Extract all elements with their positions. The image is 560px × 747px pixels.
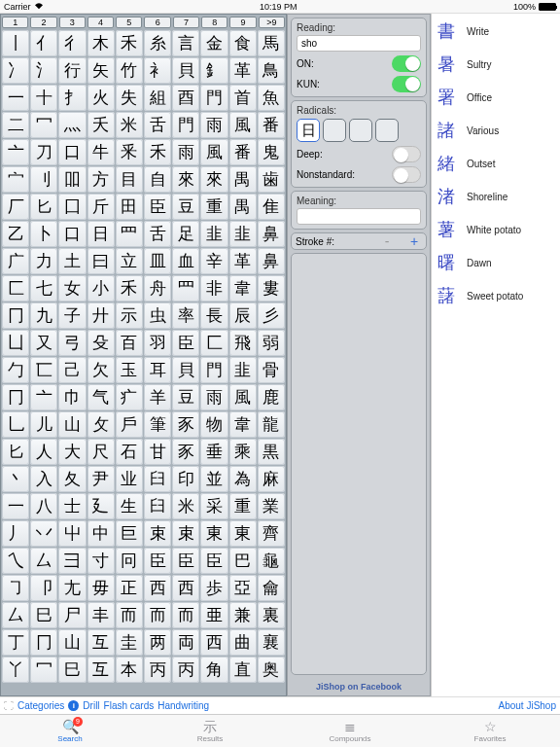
radical-cell[interactable]: 束 [172,520,199,547]
radical-cell[interactable]: 弓 [58,330,86,356]
radical-cell[interactable]: 卜 [30,221,57,247]
radical-cell[interactable]: 冂 [30,629,57,656]
stroke-minus[interactable]: - [379,233,395,249]
radical-cell[interactable]: 业 [116,466,143,492]
radical-cell[interactable]: 而 [116,602,143,628]
radical-cell[interactable]: 舟 [144,275,171,302]
radical-cell[interactable]: 尸 [58,602,86,628]
radical-cell[interactable]: 丫 [2,657,29,683]
radical-cell[interactable]: 兼 [229,602,257,628]
radical-cell[interactable]: 丿 [2,520,29,547]
radical-cell[interactable]: 火 [88,85,115,111]
handwriting-link[interactable]: Handwriting [158,700,209,711]
radical-cell[interactable]: 灬 [58,112,86,138]
radical-cell[interactable]: 女 [58,275,86,302]
stroke-plus[interactable]: + [406,233,422,249]
drill-link[interactable]: Drill [83,700,99,711]
radical-cell[interactable]: 一 [2,493,29,519]
radical-cell[interactable]: 並 [200,466,228,492]
radical-cell[interactable]: 巳 [58,657,86,683]
radical-cell[interactable]: 辰 [229,302,257,329]
radical-cell[interactable]: 二 [2,112,29,138]
radical-cell[interactable]: 彡 [258,302,285,329]
radical-cell[interactable]: 食 [229,30,257,56]
radical-cell[interactable]: 亞 [229,575,257,601]
radical-cell[interactable]: 己 [58,357,86,383]
radical-cell[interactable]: 龠 [258,575,285,601]
radical-cell[interactable]: 丁 [2,629,29,656]
radical-cell[interactable]: 魚 [258,85,285,111]
radical-cell[interactable]: 歩 [200,575,228,601]
radical-slot-1[interactable]: 日 [297,119,320,142]
radical-cell[interactable]: 匸 [30,357,57,383]
radical-cell[interactable]: 亻 [30,30,57,56]
result-row[interactable]: 曙Dawn [436,251,556,274]
radical-cell[interactable]: 山 [58,411,86,438]
radical-cell[interactable]: 大 [58,439,86,465]
nonstandard-toggle[interactable] [392,166,421,183]
radical-cell[interactable]: 臣 [144,194,171,220]
radical-cell[interactable]: 厶 [30,548,57,574]
radical-cell[interactable]: 方 [88,166,115,193]
radical-cell[interactable]: 互 [88,657,115,683]
radical-cell[interactable]: 儿 [30,411,57,438]
radical-slot-3[interactable] [349,119,372,142]
radical-cell[interactable]: 豕 [172,411,199,438]
radical-cell[interactable]: 木 [88,30,115,56]
radical-slot-4[interactable] [375,119,399,142]
radical-cell[interactable]: 鼻 [258,221,285,247]
facebook-link[interactable]: JiShop on Facebook [288,678,430,695]
rad-col-7[interactable]: 7 [173,17,199,28]
radical-cell[interactable]: 物 [200,411,228,438]
radical-cell[interactable]: 丷 [30,520,57,547]
radical-cell[interactable]: 冂 [2,384,29,410]
radical-cell[interactable]: 貝 [172,357,199,383]
radical-cell[interactable]: 為 [229,466,257,492]
radical-cell[interactable]: 力 [30,248,57,274]
radical-cell[interactable]: 宀 [2,166,29,193]
radical-cell[interactable]: 糸 [144,30,171,56]
radical-cell[interactable]: 囗 [58,194,86,220]
radical-cell[interactable]: 勹 [2,357,29,383]
radical-cell[interactable]: 重 [229,493,257,519]
radical-cell[interactable]: 鳥 [258,57,285,84]
kun-toggle[interactable] [392,76,421,92]
radical-cell[interactable]: 襄 [258,629,285,656]
radical-cell[interactable]: 直 [229,657,257,683]
radical-cell[interactable]: 禺 [229,194,257,220]
radical-cell[interactable]: 口 [58,139,86,165]
radical-cell[interactable]: ㇆ [2,575,29,601]
radical-cell[interactable]: 弱 [258,330,285,356]
meaning-input[interactable] [297,208,421,225]
radical-cell[interactable]: 龍 [258,411,285,438]
radical-cell[interactable]: 七 [30,275,57,302]
radical-cell[interactable]: 甘 [144,439,171,465]
radical-cell[interactable]: 皿 [144,248,171,274]
radical-cell[interactable]: 矢 [88,57,115,84]
radical-cell[interactable]: 欠 [88,357,115,383]
radical-cell[interactable]: 衤 [144,57,171,84]
radical-cell[interactable]: 田 [116,194,143,220]
radical-cell[interactable]: 亠 [30,384,57,410]
radical-cell[interactable]: 目 [116,166,143,193]
radical-cell[interactable]: 罒 [116,221,143,247]
radical-cell[interactable]: 龜 [258,548,285,574]
rad-col-1[interactable]: 1 [2,17,28,28]
radical-cell[interactable]: 竹 [116,57,143,84]
tab-compounds[interactable]: ≣ Compounds [280,715,420,747]
radical-cell[interactable]: 東 [229,520,257,547]
radical-cell[interactable]: 筆 [144,411,171,438]
rad-col-9[interactable]: 9 [229,17,256,28]
radical-cell[interactable]: 豆 [172,194,199,220]
radical-cell[interactable]: 丙 [172,657,199,683]
radical-cell[interactable]: 乘 [229,439,257,465]
radical-cell[interactable]: 冫 [2,57,29,84]
radical-cell[interactable]: 丨 [2,30,29,56]
radical-cell[interactable]: 巨 [116,520,143,547]
radical-cell[interactable]: 廴 [88,493,115,519]
tab-search[interactable]: 🔍 9 Search [0,715,140,747]
radical-cell[interactable]: 吅 [58,166,86,193]
radical-cell[interactable]: 臣 [172,548,199,574]
radical-cell[interactable]: 失 [116,85,143,111]
radical-cell[interactable]: 立 [116,248,143,274]
